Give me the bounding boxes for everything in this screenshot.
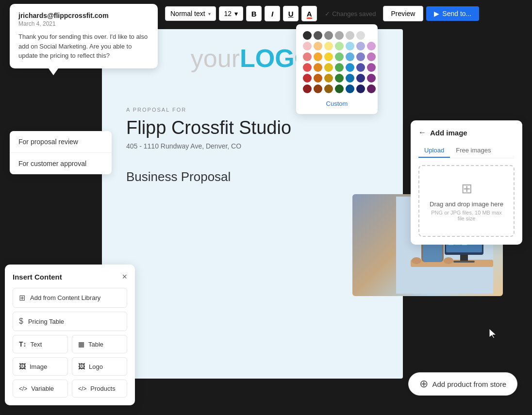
insert-pricing-table-button[interactable]: $ Pricing Table (13, 312, 127, 331)
products-label: Products (90, 385, 115, 392)
content-library-label: Add from Content Library (30, 294, 100, 301)
drop-zone-text: Drag and drop image here (429, 200, 504, 208)
underline-button[interactable]: U (283, 6, 299, 21)
color-dot[interactable] (303, 63, 312, 72)
comment-email: jrichards@flippcrossfit.com (18, 12, 149, 19)
color-dot[interactable] (346, 74, 354, 83)
color-dot[interactable] (346, 84, 354, 93)
color-dot[interactable] (303, 31, 312, 40)
color-dot[interactable] (356, 42, 365, 50)
color-dot[interactable] (324, 31, 333, 40)
insert-content-library-button[interactable]: ⊞ Add from Content Library (13, 288, 127, 308)
color-dot[interactable] (324, 84, 333, 93)
svg-point-15 (412, 257, 421, 264)
color-dot[interactable] (346, 63, 354, 72)
dropdown-item-approval[interactable]: For customer approval (10, 153, 112, 174)
add-image-panel: ← Add image Upload Free images ⊞ Drag an… (411, 120, 522, 245)
insert-text-button[interactable]: T↕ Text (13, 335, 68, 353)
custom-color-link[interactable]: Custom (303, 98, 371, 107)
color-dot[interactable] (335, 52, 344, 61)
color-dot[interactable] (303, 84, 312, 93)
insert-logo-button[interactable]: 🖼 Logo (72, 357, 127, 376)
color-dot[interactable] (356, 63, 365, 72)
color-dot[interactable] (314, 74, 322, 83)
company-name: Flipp Crossfit Studio (126, 117, 379, 138)
variable-icon: </> (19, 385, 27, 392)
insert-grid: T↕ Text ▦ Table 🖼 Image 🖼 Logo </> Varia… (13, 335, 127, 398)
text-format-select[interactable]: Normal text ▾ (165, 6, 216, 21)
color-dot[interactable] (367, 74, 376, 83)
add-image-title: Add image (430, 129, 467, 137)
color-dot[interactable] (367, 63, 376, 72)
insert-table-button[interactable]: ▦ Table (72, 335, 127, 353)
color-dot[interactable] (367, 31, 376, 40)
preview-button[interactable]: Preview (383, 6, 424, 21)
color-dot[interactable] (356, 31, 365, 40)
color-dot[interactable] (356, 74, 365, 83)
insert-content-panel: Insert Content × ⊞ Add from Content Libr… (5, 265, 135, 405)
table-label: Table (88, 341, 103, 348)
color-dot[interactable] (367, 84, 376, 93)
color-dot[interactable] (367, 42, 376, 50)
variable-label: Variable (31, 385, 54, 392)
font-size-select[interactable]: 12 ▾ (219, 6, 244, 21)
comment-bubble: jrichards@flippcrossfit.com March 4, 202… (10, 4, 158, 68)
insert-panel-close-button[interactable]: × (122, 272, 127, 281)
color-dot[interactable] (367, 52, 376, 61)
changes-saved-text: Changes saved (332, 10, 376, 17)
color-dot[interactable] (346, 52, 354, 61)
back-button[interactable]: ← (418, 128, 426, 137)
comment-date: March 4, 2021 (18, 20, 149, 27)
font-size-arrow: ▾ (234, 10, 238, 17)
image-icon: 🖼 (19, 363, 26, 370)
dropdown-item-proposal[interactable]: For proposal review (10, 131, 112, 153)
color-dot[interactable] (335, 31, 344, 40)
dropdown-menu: For proposal review For customer approva… (10, 131, 112, 174)
color-dot[interactable] (314, 42, 322, 50)
color-dot[interactable] (324, 63, 333, 72)
color-button[interactable]: A (301, 6, 317, 21)
free-images-tab[interactable]: Free images (450, 144, 497, 158)
color-dot[interactable] (324, 42, 333, 50)
color-dot[interactable] (346, 42, 354, 50)
color-dot[interactable] (303, 52, 312, 61)
insert-variable-button[interactable]: </> Variable (13, 380, 68, 398)
upload-tab[interactable]: Upload (418, 144, 450, 158)
color-dot[interactable] (335, 74, 344, 83)
color-dot[interactable] (324, 74, 333, 83)
insert-products-button[interactable]: </> Products (72, 380, 127, 398)
color-dot[interactable] (303, 42, 312, 50)
add-product-button[interactable]: ⊕ Add product from store (408, 372, 517, 396)
color-dot[interactable] (335, 42, 344, 50)
color-dot[interactable] (356, 84, 365, 93)
drop-zone[interactable]: ⊞ Drag and drop image here PNG or JPG fi… (418, 165, 515, 237)
color-dot[interactable] (314, 84, 322, 93)
check-icon: ✓ (325, 10, 330, 17)
send-button[interactable]: ▶ Send to... (426, 6, 479, 21)
color-a-label: A (307, 10, 312, 18)
color-dot[interactable] (303, 74, 312, 83)
color-dot[interactable] (314, 31, 322, 40)
toolbar: Normal text ▾ 12 ▾ B I U A ✓ Changes sav… (165, 6, 479, 21)
italic-button[interactable]: I (265, 6, 280, 21)
color-dot[interactable] (324, 52, 333, 61)
products-icon: </> (78, 385, 86, 392)
svg-point-16 (444, 257, 453, 264)
color-dot[interactable] (314, 52, 322, 61)
add-image-header: ← Add image (418, 128, 515, 137)
color-dot[interactable] (314, 63, 322, 72)
bold-button[interactable]: B (246, 6, 262, 21)
color-dot[interactable] (335, 84, 344, 93)
content-library-icon: ⊞ (19, 293, 25, 302)
color-dot[interactable] (356, 52, 365, 61)
comment-text: Thank you for sending this over. I'd lik… (18, 32, 149, 61)
pricing-table-icon: $ (19, 317, 23, 326)
add-product-label: Add product from store (432, 380, 506, 388)
color-dot[interactable] (346, 31, 354, 40)
color-grid (303, 31, 371, 93)
color-dot[interactable] (335, 63, 344, 72)
text-format-label: Normal text (170, 10, 205, 17)
insert-image-button[interactable]: 🖼 Image (13, 357, 68, 376)
image-tabs: Upload Free images (418, 144, 515, 158)
logo-light-text: your (191, 44, 240, 72)
